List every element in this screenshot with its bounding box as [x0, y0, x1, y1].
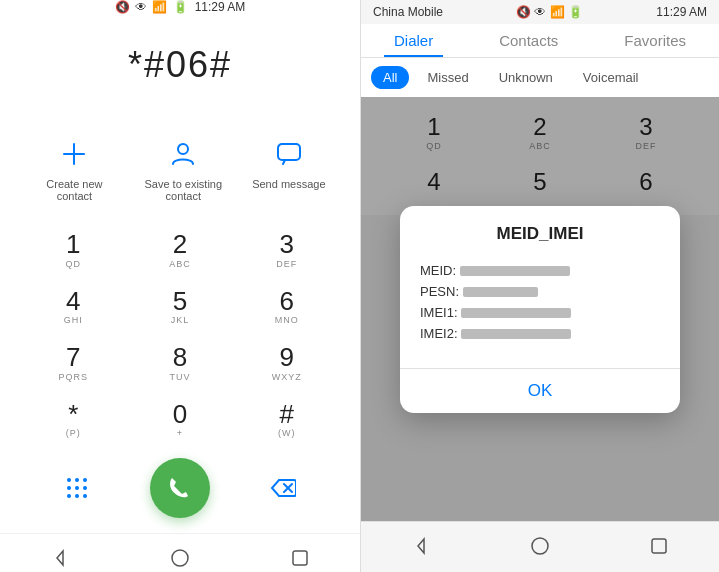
svg-point-12 [83, 494, 87, 498]
left-keypad: 1QD 2ABC 3DEF 4GHI 5JKL 6MNO 7PQRS 8TUV … [0, 222, 360, 448]
save-contact-label: Save to existing contact [143, 178, 223, 202]
send-message-action[interactable]: Send message [252, 136, 325, 202]
svg-point-10 [67, 494, 71, 498]
left-nav-bar [0, 533, 360, 572]
tab-favorites[interactable]: Favorites [614, 32, 696, 57]
key-hash[interactable]: #(W) [233, 392, 340, 449]
key-2[interactable]: 2ABC [127, 222, 234, 279]
svg-point-7 [67, 486, 71, 490]
right-home-nav-icon[interactable] [524, 530, 556, 562]
svg-rect-3 [278, 144, 300, 160]
filter-unknown[interactable]: Unknown [487, 66, 565, 89]
create-contact-label: Create new contact [34, 178, 114, 202]
key-4[interactable]: 4GHI [20, 279, 127, 336]
modal-overlay: MEID_IMEI MEID: PESN: IMEI1: [361, 97, 719, 521]
plus-icon [56, 136, 92, 172]
right-back-nav-icon[interactable] [405, 530, 437, 562]
right-nav-bar [361, 521, 719, 572]
left-status-bar: 🔇 👁 📶 🔋 11:29 AM [0, 0, 360, 14]
right-status-bar: China Mobile 🔇 👁 📶 🔋 11:29 AM [361, 0, 719, 24]
chat-icon [271, 136, 307, 172]
svg-point-9 [83, 486, 87, 490]
svg-rect-17 [293, 551, 307, 565]
person-icon [165, 136, 201, 172]
call-button[interactable] [150, 458, 210, 518]
svg-point-8 [75, 486, 79, 490]
filter-all[interactable]: All [371, 66, 409, 89]
svg-point-19 [532, 538, 548, 554]
right-content: 1QD 2ABC 3DEF 4 5 6 MEID_IMEI MEID: PESN… [361, 97, 719, 521]
key-star[interactable]: *(P) [20, 392, 127, 449]
carrier-label: China Mobile [373, 5, 443, 19]
key-0[interactable]: 0+ [127, 392, 234, 449]
modal-row-meid: MEID: [420, 260, 660, 281]
tabs-row: Dialer Contacts Favorites [361, 24, 719, 58]
svg-point-11 [75, 494, 79, 498]
svg-point-4 [67, 478, 71, 482]
modal-row-imei1: IMEI1: [420, 302, 660, 323]
save-contact-action[interactable]: Save to existing contact [143, 136, 223, 202]
back-nav-icon[interactable] [44, 542, 76, 572]
key-8[interactable]: 8TUV [127, 335, 234, 392]
right-status-icons: 🔇 👁 📶 🔋 [516, 5, 583, 19]
left-status-icons: 🔇 👁 📶 🔋 [115, 0, 189, 14]
recents-nav-icon[interactable] [284, 542, 316, 572]
key-5[interactable]: 5JKL [127, 279, 234, 336]
modal-content: MEID: PESN: IMEI1: IMEI2: [400, 256, 680, 360]
meid-imei-modal: MEID_IMEI MEID: PESN: IMEI1: [400, 206, 680, 413]
right-phone: China Mobile 🔇 👁 📶 🔋 11:29 AM Dialer Con… [360, 0, 719, 572]
keypad-toggle-button[interactable] [55, 466, 99, 510]
svg-point-6 [83, 478, 87, 482]
home-nav-icon[interactable] [164, 542, 196, 572]
filter-voicemail[interactable]: Voicemail [571, 66, 651, 89]
tab-dialer[interactable]: Dialer [384, 32, 443, 57]
left-status-time: 11:29 AM [195, 0, 246, 14]
svg-point-16 [172, 550, 188, 566]
key-3[interactable]: 3DEF [233, 222, 340, 279]
filter-row: All Missed Unknown Voicemail [361, 58, 719, 97]
svg-point-5 [75, 478, 79, 482]
tab-contacts[interactable]: Contacts [489, 32, 568, 57]
delete-button[interactable] [261, 466, 305, 510]
quick-actions: Create new contact Save to existing cont… [0, 126, 360, 222]
modal-row-imei2: IMEI2: [420, 323, 660, 344]
key-9[interactable]: 9WXYZ [233, 335, 340, 392]
bottom-bar [0, 448, 360, 533]
right-recents-nav-icon[interactable] [643, 530, 675, 562]
dialed-number: *#06# [0, 14, 360, 106]
key-1[interactable]: 1QD [20, 222, 127, 279]
key-6[interactable]: 6MNO [233, 279, 340, 336]
svg-point-2 [178, 144, 188, 154]
send-message-label: Send message [252, 178, 325, 190]
svg-marker-15 [57, 551, 63, 565]
modal-title: MEID_IMEI [400, 206, 680, 256]
left-phone: 🔇 👁 📶 🔋 11:29 AM *#06# Create new contac… [0, 0, 360, 572]
modal-row-pesn: PESN: [420, 281, 660, 302]
filter-missed[interactable]: Missed [415, 66, 480, 89]
create-contact-action[interactable]: Create new contact [34, 136, 114, 202]
svg-rect-20 [652, 539, 666, 553]
right-status-time: 11:29 AM [656, 5, 707, 19]
modal-ok-button[interactable]: OK [400, 369, 680, 413]
svg-marker-18 [418, 539, 424, 553]
key-7[interactable]: 7PQRS [20, 335, 127, 392]
